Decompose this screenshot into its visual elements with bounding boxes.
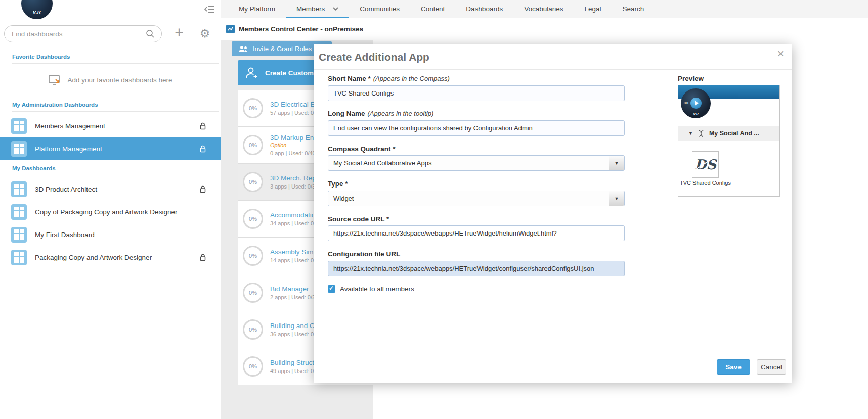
tab-dashboards[interactable]: Dashboards bbox=[455, 0, 513, 18]
page-title: Members Control Center - onPremises bbox=[239, 25, 363, 33]
app-meta: 34 apps | Used: 0/ bbox=[270, 220, 315, 227]
dashboard-tile-icon bbox=[11, 204, 27, 220]
dashboard-tile-icon bbox=[11, 141, 27, 157]
sidebar-item-copy-of-packaging[interactable]: Copy of Packaging Copy and Artwork Desig… bbox=[0, 201, 221, 223]
app-meta: 14 apps | Used: 0/4 bbox=[270, 257, 318, 264]
checkbox-label: Available to all members bbox=[340, 285, 414, 293]
admin-dashboards-list: Members Management Platform Management bbox=[0, 115, 221, 160]
search-icon[interactable] bbox=[146, 29, 155, 38]
long-name-label: Long Name(Appears in the tooltip) bbox=[328, 110, 433, 117]
dialog-title-divider bbox=[314, 69, 792, 70]
compass-quadrant-label: Compass Quadrant * bbox=[328, 145, 396, 153]
tab-legal[interactable]: Legal bbox=[574, 0, 612, 18]
favorites-empty-hint: Add your favorite dashboards here bbox=[0, 65, 221, 96]
tab-label: Members bbox=[296, 5, 325, 13]
available-to-all-members-checkbox[interactable]: Available to all members bbox=[328, 285, 414, 293]
tab-label: My Platform bbox=[239, 5, 275, 13]
sidebar-item-packaging-designer[interactable]: Packaging Copy and Artwork Designer bbox=[0, 246, 221, 269]
compass-quadrant-select[interactable]: My Social And Collaborative Apps ▼ bbox=[328, 155, 625, 171]
save-button[interactable]: Save bbox=[717, 359, 750, 375]
progress-ring: 0% bbox=[243, 246, 263, 266]
dashboard-tile-icon bbox=[11, 227, 27, 243]
app-meta: 0 app | Used: 0/40 bbox=[270, 150, 318, 157]
favorites-section-title: Favorite Dashboards bbox=[12, 54, 219, 64]
sidebar-item-3d-product-architect[interactable]: 3D Product Architect bbox=[0, 178, 221, 201]
gear-icon[interactable]: ⚙ bbox=[197, 26, 212, 41]
tab-label: Vocabularies bbox=[524, 5, 563, 13]
app-option-badge: Option bbox=[270, 142, 318, 149]
preview-quadrant-row[interactable]: ▼ My Social And ... bbox=[678, 126, 779, 141]
app-name: 3D Markup Eng bbox=[270, 134, 318, 142]
sidebar-item-label: Members Management bbox=[35, 122, 196, 130]
tab-content[interactable]: Content bbox=[410, 0, 455, 18]
play-icon bbox=[690, 98, 702, 109]
person-plus-icon bbox=[244, 65, 259, 80]
create-custom-label: Create Custom bbox=[265, 69, 314, 77]
config-url-label: Configuration file URL bbox=[328, 250, 400, 258]
compass-icon: 3D V.R bbox=[681, 88, 711, 118]
search-input[interactable] bbox=[4, 25, 162, 42]
checkbox-checked-icon[interactable] bbox=[328, 285, 335, 293]
dropdown-caret-icon[interactable]: ▼ bbox=[609, 191, 624, 206]
sidebar-item-my-first-dashboard[interactable]: My First Dashboard bbox=[0, 223, 221, 246]
sidebar-item-label: Platform Management bbox=[35, 145, 196, 153]
sidebar-item-platform-management[interactable]: Platform Management bbox=[0, 137, 221, 160]
app-name: Accommodatio bbox=[270, 211, 315, 219]
my-dashboards-list: 3D Product Architect Copy of Packaging C… bbox=[0, 178, 221, 269]
preview-quadrant-label: My Social And ... bbox=[709, 130, 759, 137]
progress-ring: 0% bbox=[243, 319, 263, 340]
tab-label: Legal bbox=[584, 5, 601, 13]
compass-quadrant-value: My Social And Collaborative Apps bbox=[333, 156, 431, 170]
type-label: Type * bbox=[328, 180, 348, 188]
app-name: Building and C bbox=[270, 322, 315, 330]
my-dashboards-section-title: My Dashboards bbox=[12, 165, 219, 175]
create-additional-app-dialog: Create Additional App × Short Name *(App… bbox=[314, 44, 792, 383]
tab-members[interactable]: Members bbox=[286, 0, 349, 18]
short-name-label: Short Name *(Appears in the Compass) bbox=[328, 75, 450, 82]
progress-ring: 0% bbox=[243, 283, 263, 303]
short-name-field[interactable] bbox=[328, 85, 625, 101]
config-url-field[interactable] bbox=[328, 261, 625, 276]
app-meta: 49 apps | Used: 0/ bbox=[270, 368, 315, 375]
progress-ring: 0% bbox=[243, 172, 263, 192]
add-dashboard-icon[interactable]: + bbox=[172, 24, 186, 41]
sidebar: V.R + ⚙ Favorite Dashboards Add your fav… bbox=[0, 0, 221, 419]
invite-grant-roles-label: Invite & Grant Roles bbox=[253, 45, 312, 53]
app-meta: 57 apps | Used: 0/ bbox=[270, 110, 315, 116]
tab-my-platform[interactable]: My Platform bbox=[228, 0, 286, 18]
app-name: 3D Electrical E bbox=[270, 101, 315, 108]
progress-ring: 0% bbox=[243, 135, 263, 155]
short-name-label-text: Short Name * bbox=[328, 75, 371, 82]
source-url-field[interactable] bbox=[328, 225, 625, 241]
chevron-down-icon[interactable] bbox=[333, 7, 338, 11]
dialog-title: Create Additional App bbox=[319, 51, 429, 63]
lock-icon bbox=[200, 145, 206, 153]
tab-label: Content bbox=[421, 5, 445, 13]
dashboard-tile-icon bbox=[11, 250, 27, 265]
dropdown-caret-icon[interactable]: ▼ bbox=[609, 156, 624, 170]
page-header: Members Control Center - onPremises bbox=[221, 18, 868, 40]
tab-search[interactable]: Search bbox=[612, 0, 655, 18]
people-icon bbox=[238, 45, 248, 53]
dashboard-tile-icon bbox=[11, 118, 27, 134]
type-select[interactable]: Widget ▼ bbox=[328, 191, 625, 206]
preview-app-name: TVC Shared Configs bbox=[678, 180, 732, 187]
app-name: Assembly Sim bbox=[270, 248, 318, 256]
compass-version-label: V.R bbox=[681, 112, 711, 116]
app-icon-tile: DS bbox=[692, 151, 719, 178]
compass-3d-label: 3D bbox=[684, 101, 688, 105]
long-name-field[interactable] bbox=[328, 120, 625, 136]
long-name-hint: (Appears in the tooltip) bbox=[368, 110, 434, 117]
sidebar-item-members-management[interactable]: Members Management bbox=[0, 115, 221, 137]
progress-ring: 0% bbox=[243, 356, 263, 377]
type-value: Widget bbox=[333, 191, 354, 206]
app-meta: 2 apps | Used: 0/2 bbox=[270, 294, 315, 301]
collapse-sidebar-icon[interactable] bbox=[204, 5, 215, 14]
add-favorite-dashboard-icon bbox=[49, 74, 62, 86]
tab-communities[interactable]: Communities bbox=[349, 0, 410, 18]
favorites-empty-text: Add your favorite dashboards here bbox=[67, 76, 172, 84]
close-icon[interactable]: × bbox=[777, 47, 784, 60]
tab-vocabularies[interactable]: Vocabularies bbox=[513, 0, 574, 18]
cancel-button[interactable]: Cancel bbox=[757, 359, 786, 375]
app-name: Building Struct bbox=[270, 359, 315, 366]
